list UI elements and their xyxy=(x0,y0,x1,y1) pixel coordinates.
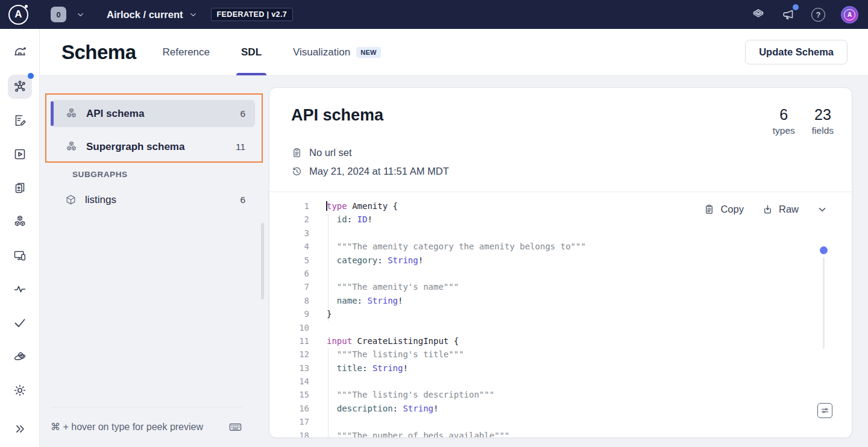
keyboard-icon xyxy=(228,420,242,434)
tab-sdl[interactable]: SDL xyxy=(241,29,262,75)
download-icon xyxy=(762,204,773,215)
subgraphs-icon[interactable] xyxy=(8,210,32,234)
update-schema-button[interactable]: Update Schema xyxy=(745,40,848,64)
hint-text: ⌘ + hover on type for peek preview xyxy=(51,421,228,433)
sdl-card: API schema 6 types 23 fields xyxy=(269,87,852,438)
tricube-icon xyxy=(65,107,78,120)
clients-icon[interactable] xyxy=(8,243,32,267)
settings-gear-icon[interactable] xyxy=(8,378,32,402)
item-count: 6 xyxy=(240,108,245,119)
item-count: 6 xyxy=(240,195,245,205)
help-icon[interactable]: ? xyxy=(811,8,825,22)
avatar[interactable]: A xyxy=(841,6,858,23)
federated-version-badge: FEDERATED | v2.7 xyxy=(211,8,294,21)
code-line: 16 description: String! xyxy=(269,402,852,415)
schema-list-item-api-schema[interactable]: API schema 6 xyxy=(51,100,255,127)
code-line: 13 title: String! xyxy=(269,361,852,375)
meta-date-text: May 21, 2024 at 11:51 AM MDT xyxy=(309,166,449,177)
org-switcher-badge[interactable]: 0 xyxy=(51,7,66,22)
code-line: 15 """The listing's description""" xyxy=(269,388,852,401)
announcements-megaphone-icon[interactable] xyxy=(781,7,796,22)
meta-url-text: No url set xyxy=(309,147,352,158)
graph-selector[interactable]: Airlock / current xyxy=(107,9,183,20)
tab-visualization[interactable]: Visualization NEW xyxy=(293,29,381,75)
editor-settings-button[interactable] xyxy=(817,403,832,418)
subgraphs-section-label: SUBGRAPHS xyxy=(72,170,255,179)
peek-preview-hint: ⌘ + hover on type for peek preview xyxy=(51,407,242,434)
tab-bar: Reference SDL Visualization NEW xyxy=(163,29,381,75)
copy-button[interactable]: Copy xyxy=(703,204,744,215)
home-icon[interactable] xyxy=(8,41,32,65)
code-block: 1type Amenity {2 id: ID!34 """The amenit… xyxy=(269,199,852,438)
checks-icon[interactable] xyxy=(8,311,32,335)
expand-rail-icon[interactable] xyxy=(8,417,32,441)
code-line: 17 xyxy=(269,415,852,428)
copy-clipboard-icon xyxy=(703,204,715,215)
code-line: 18 """The number of beds available""" xyxy=(269,429,852,438)
code-line: 6 xyxy=(269,267,852,280)
code-line: 4 """The amenity category the amenity be… xyxy=(269,240,852,253)
meta-url-row: No url set xyxy=(291,147,830,158)
apollo-logo-icon[interactable]: A xyxy=(8,5,28,25)
card-title: API schema xyxy=(291,106,383,125)
schema-stats: 6 types 23 fields xyxy=(773,106,834,136)
stat-fields: 23 fields xyxy=(812,106,834,136)
code-line: 8 name: String! xyxy=(269,294,852,307)
code-line: 10 xyxy=(269,321,852,334)
scroll-position-dot[interactable] xyxy=(820,246,828,254)
schema-icon[interactable] xyxy=(8,75,32,99)
code-line: 5 category: String! xyxy=(269,254,852,267)
content-area: API schema 6 Supergraph schema 11 SUBGRA… xyxy=(40,76,868,447)
graph-chevron-down-icon[interactable] xyxy=(189,10,198,19)
org-chevron-down-icon[interactable] xyxy=(76,10,85,19)
code-toolbar: Copy Raw xyxy=(703,204,828,215)
item-count: 11 xyxy=(236,142,245,152)
tab-reference[interactable]: Reference xyxy=(163,29,210,75)
schema-list-item-supergraph-schema[interactable]: Supergraph schema 11 xyxy=(51,133,255,160)
schema-list-item-listings[interactable]: listings 6 xyxy=(51,186,255,213)
panel-scrollbar[interactable] xyxy=(261,223,264,299)
icon-rail xyxy=(0,29,40,447)
new-badge: NEW xyxy=(356,47,381,58)
item-label: listings xyxy=(85,194,116,206)
schema-list-panel: API schema 6 Supergraph schema 11 SUBGRA… xyxy=(51,100,255,219)
insights-icon[interactable] xyxy=(8,277,32,301)
explorer-icon[interactable] xyxy=(8,142,32,166)
page-title: Schema xyxy=(61,41,136,64)
text-cursor xyxy=(326,201,327,211)
history-icon xyxy=(291,166,303,177)
code-line: 3 xyxy=(269,227,852,240)
tricube-icon xyxy=(65,140,78,153)
page-header: Schema Reference SDL Visualization NEW U… xyxy=(40,29,868,76)
toolbar-chevron-down-icon[interactable] xyxy=(817,204,828,215)
code-line: 7 """The amenity's name""" xyxy=(269,280,852,293)
graph-package-icon[interactable] xyxy=(751,7,766,22)
sdl-editor[interactable]: 1type Amenity {2 id: ID!34 """The amenit… xyxy=(269,192,852,438)
changelog-icon[interactable] xyxy=(8,108,32,133)
clipboard-icon xyxy=(291,147,303,158)
stat-types: 6 types xyxy=(773,106,795,136)
code-line: 12 """The listing's title""" xyxy=(269,348,852,361)
code-line: 14 xyxy=(269,375,852,388)
cube-icon xyxy=(65,194,77,205)
launches-icon[interactable] xyxy=(8,345,32,369)
item-label: API schema xyxy=(86,108,144,120)
scroll-track[interactable] xyxy=(823,257,825,349)
item-label: Supergraph schema xyxy=(86,141,184,153)
topbar: A 0 Airlock / current FEDERATED | v2.7 ?… xyxy=(0,0,868,29)
code-line: 11input CreateListingInput { xyxy=(269,334,852,348)
meta-date-row: May 21, 2024 at 11:51 AM MDT xyxy=(291,166,830,177)
operations-icon[interactable] xyxy=(8,176,32,200)
code-line: 9} xyxy=(269,307,852,320)
raw-button[interactable]: Raw xyxy=(762,204,799,215)
